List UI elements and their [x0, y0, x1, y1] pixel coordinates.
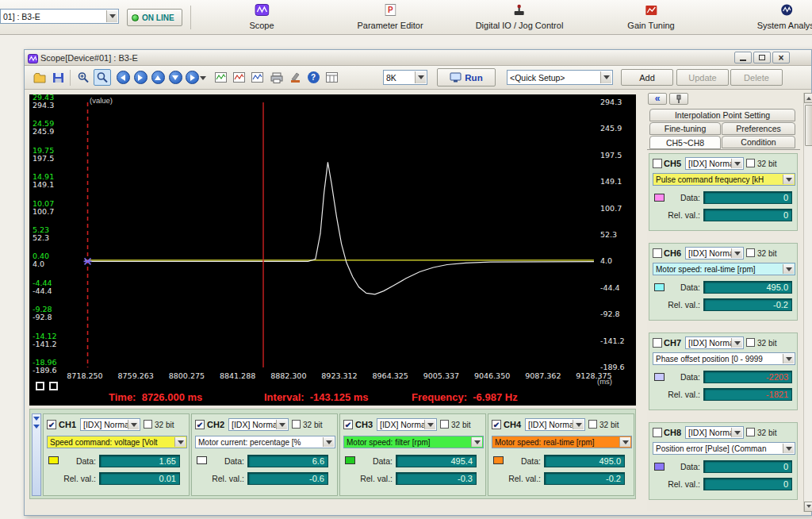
ch7-signal-select[interactable]: Phase offset position [0 - 9999: [653, 352, 795, 365]
pan-right-button[interactable]: [132, 69, 149, 86]
ch8-color-swatch: [654, 463, 665, 471]
axis-tick-label: -141.2: [33, 340, 57, 348]
zoom-y-button[interactable]: [248, 69, 266, 86]
ch8-data-value: 0: [703, 460, 792, 473]
table-icon: [326, 72, 338, 83]
axis-tick-label: 4.0: [600, 257, 612, 265]
tools-button[interactable]: [286, 69, 304, 86]
sample-rate-select[interactable]: 8K: [383, 70, 427, 85]
pan-menu-button[interactable]: [184, 69, 208, 86]
ch7-enable-checkbox[interactable]: [653, 338, 662, 348]
ch5-idx-select[interactable]: [IDX] Norma: [685, 157, 744, 170]
ch7-32bit-checkbox[interactable]: [746, 338, 755, 347]
tool-system-analysis[interactable]: System Analysi: [757, 4, 812, 30]
axis-tick-label: 52.3: [600, 231, 617, 239]
ch1-idx-select[interactable]: [IDX] Norma: [80, 418, 140, 431]
restore-button[interactable]: [753, 52, 771, 63]
ch2-idx-select[interactable]: [IDX] Norma: [228, 418, 289, 431]
pan-down-button[interactable]: [167, 69, 184, 86]
chevron-down-icon[interactable]: [415, 71, 426, 83]
tab-ch5-ch8[interactable]: CH5~CH8: [649, 136, 721, 149]
ch5-32bit-checkbox[interactable]: [746, 159, 755, 167]
scroll-up-button[interactable]: [804, 93, 812, 103]
cursor-toggle-2[interactable]: [49, 382, 58, 390]
scroll-down-button[interactable]: [804, 502, 812, 512]
ch8-idx-select[interactable]: [IDX] Norma: [685, 426, 744, 439]
ch3-enable-checkbox[interactable]: ✔: [343, 420, 353, 429]
ch1-data-label: Data:: [63, 456, 96, 466]
tab-preferences[interactable]: Preferences: [722, 122, 795, 135]
ch4-idx-select[interactable]: [IDX] Norma: [525, 418, 585, 431]
tab-fine-tuning[interactable]: Fine-tuning: [649, 122, 721, 135]
zoom-select-button[interactable]: [94, 69, 111, 86]
ch1-enable-checkbox[interactable]: ✔: [47, 420, 56, 429]
strip-collapse-handle[interactable]: [32, 413, 41, 496]
tool-parameter-editor[interactable]: P Parameter Editor: [357, 4, 423, 30]
ch2-data-value: 6.6: [247, 455, 328, 467]
pan-left-button[interactable]: [114, 69, 132, 86]
delete-button[interactable]: Delete: [730, 69, 783, 86]
device-selector[interactable]: 01] : B3-E: [0, 9, 119, 24]
cursor-toggle-1[interactable]: [36, 382, 44, 390]
tool-scope-label: Scope: [249, 21, 274, 30]
scrollbar-thumb[interactable]: [805, 105, 812, 146]
zoom-in-button[interactable]: [75, 69, 92, 86]
scope-plot-area[interactable]: (value) 29.43294.3294.324.59245.9245.919…: [29, 94, 636, 406]
ch5-enable-checkbox[interactable]: [653, 159, 662, 168]
pin-button[interactable]: [669, 93, 688, 105]
ch2-enable-checkbox[interactable]: ✔: [195, 420, 205, 429]
pan-up-button[interactable]: [149, 69, 167, 86]
tool-digital-io-jog[interactable]: Digital IO / Jog Control: [476, 4, 564, 30]
save-button[interactable]: [49, 69, 67, 86]
open-file-button[interactable]: [31, 69, 48, 86]
ch3-idx-select[interactable]: [IDX] Norma: [377, 418, 437, 431]
tool-gain-tuning[interactable]: Gain Tuning: [627, 4, 674, 30]
data-export-button[interactable]: [323, 69, 340, 86]
ch1-32bit-checkbox[interactable]: [144, 420, 152, 429]
window-title-bar[interactable]: Scope[Device#01] : B3-E ×: [25, 50, 811, 66]
ch6-signal-select[interactable]: Motor speed: real-time [rpm]: [653, 263, 795, 275]
ch7-relval-value: -1821: [703, 388, 792, 401]
ch5-signal-select[interactable]: Pulse command frequency [kH: [653, 173, 795, 186]
run-button[interactable]: Run: [437, 68, 496, 86]
print-button[interactable]: [268, 69, 285, 86]
help-button[interactable]: ?: [304, 69, 322, 86]
ch2-signal-select[interactable]: Motor current: percentage [%: [195, 436, 335, 448]
channel-box-ch5: CH5 [IDX] Norma 32 bit Pulse command fre…: [649, 153, 798, 231]
ch6-idx-select[interactable]: [IDX] Norma: [685, 247, 744, 260]
axis-tick-label: 9087.362: [525, 372, 561, 380]
ch7-label: CH7: [664, 338, 681, 348]
update-label: Update: [688, 73, 716, 83]
parameter-editor-icon: P: [385, 4, 396, 19]
online-status-button[interactable]: ON LINE: [127, 9, 182, 26]
ch4-enable-checkbox[interactable]: ✔: [492, 420, 501, 429]
axis-tick-label: 245.9: [600, 125, 622, 133]
zoom-window-button[interactable]: [212, 69, 229, 86]
quick-setup-select[interactable]: <Quick Setup>: [507, 70, 613, 85]
chevron-down-icon[interactable]: [600, 71, 611, 83]
close-button[interactable]: ×: [772, 52, 790, 63]
ch1-signal-select[interactable]: Speed command: voltage [Volt: [47, 436, 187, 448]
ch6-32bit-checkbox[interactable]: [746, 248, 755, 257]
ch7-idx-select[interactable]: [IDX] Norma: [685, 336, 744, 349]
ch6-enable-checkbox[interactable]: [653, 248, 662, 258]
update-button[interactable]: Update: [676, 69, 729, 86]
ch8-32bit-checkbox[interactable]: [746, 428, 755, 436]
tab-condition[interactable]: Condition: [722, 136, 795, 148]
ch3-signal-select[interactable]: Motor speed: filter [rpm]: [343, 436, 484, 448]
vertical-scrollbar[interactable]: [803, 93, 812, 512]
ch4-signal-select[interactable]: Motor speed: real-time [rpm]: [492, 436, 632, 448]
zoom-x-button[interactable]: [230, 69, 247, 86]
ch8-enable-checkbox[interactable]: [653, 428, 662, 437]
tool-scope[interactable]: Scope: [249, 4, 274, 30]
ch8-signal-select[interactable]: Position error [Pulse] (Comman: [653, 442, 795, 455]
chevron-down-icon[interactable]: [106, 10, 117, 22]
ch2-32bit-checkbox[interactable]: [292, 420, 301, 429]
tab-interpolation-point-setting[interactable]: Interpolation Point Setting: [649, 109, 795, 121]
minimize-button[interactable]: [734, 52, 752, 63]
add-button[interactable]: Add: [621, 69, 673, 86]
ch4-32bit-checkbox[interactable]: [588, 420, 597, 429]
ch3-32bit-checkbox[interactable]: [440, 420, 449, 429]
panel-collapse-button[interactable]: «: [648, 93, 667, 105]
ch4-color-swatch: [493, 456, 504, 464]
